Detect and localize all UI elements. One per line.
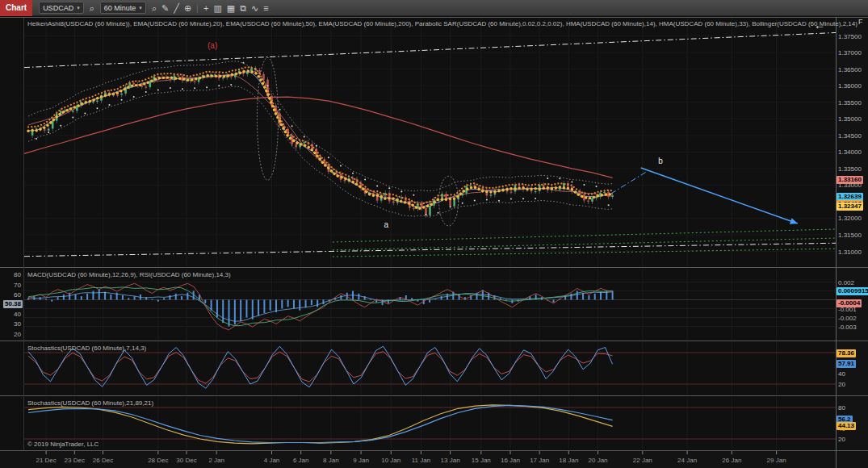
wave-label-a: (a) [208,41,217,50]
window-icon[interactable]: ⧉ [237,0,249,16]
indicator-icon[interactable]: ∿ [249,0,261,16]
toolbar-icons: ⌕✎╱⊕|+▥▦⧉∿≡ [149,0,271,16]
wave-label-a: a [384,220,388,229]
tab-chart[interactable]: Chart [0,0,32,16]
grid-icon[interactable]: ▦ [224,0,237,16]
add-icon[interactable]: + [201,0,211,16]
separator: | [194,0,201,16]
chart-region: (a)ab HeikenAshi8(USDCAD (60 Minute)), E… [0,0,868,468]
trendline-icon[interactable]: ╱ [171,0,182,16]
interval-select[interactable]: 60 Minute ▾ [100,2,146,14]
zoom-out-icon[interactable]: ⌕ [149,0,159,16]
chart-canvas[interactable]: (a)ab [0,0,868,468]
chevron-down-icon: ▾ [77,5,80,11]
scroll-left-arrow-icon[interactable]: ← [814,19,825,31]
pencil-icon[interactable]: ✎ [159,0,171,16]
zoom-in-icon[interactable]: ⊕ [182,0,194,16]
instrument-value: USDCAD [43,4,73,12]
wave-label-b: b [658,157,663,165]
chevron-down-icon: ▾ [139,5,142,11]
menu-icon[interactable]: ≡ [261,0,270,16]
toolbar: Chart USDCAD ▾ ⌕ 60 Minute ▾ ⌕✎╱⊕|+▥▦⧉∿≡ [0,0,868,16]
search-icon[interactable]: ⌕ [87,0,97,16]
instrument-select[interactable]: USDCAD ▾ [39,2,84,14]
interval-value: 60 Minute [104,4,136,12]
chart-style-icon[interactable]: ▥ [211,0,224,16]
